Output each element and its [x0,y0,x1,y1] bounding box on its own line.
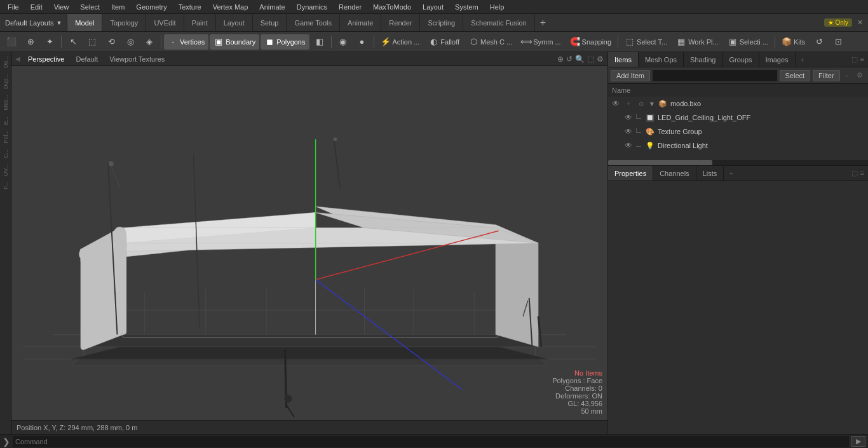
tab-animate[interactable]: Animate [340,14,381,31]
tool-boundary[interactable]: ▣ Boundary [210,34,259,50]
menu-edit[interactable]: Edit [25,2,48,12]
visibility-eye-2[interactable]: 👁 [623,126,634,137]
layout-dropdown[interactable]: Default Layouts ▼ [0,14,67,31]
tab-paint[interactable]: Paint [184,14,216,31]
eye-icon-0c[interactable]: ⊙ [636,98,646,109]
left-tool-f[interactable]: F... [1,179,10,192]
menu-item[interactable]: Item [106,2,130,12]
tab-items[interactable]: Items [608,52,639,67]
menu-system[interactable]: System [450,2,484,12]
tool-select-t[interactable]: ⬚ Select T... [621,34,671,50]
add-layout-tab-button[interactable]: + [535,17,551,29]
filter-button[interactable]: Filter [813,70,839,81]
star-only-badge[interactable]: ★ Only [824,18,852,27]
visibility-eye-0[interactable]: 👁 [611,98,621,109]
add-panel-tab-button[interactable]: + [796,56,810,64]
tree-item-modo-bxo[interactable]: 👁 + ⊙ ▼ 📦 modo.bxo [608,97,868,111]
scrollbar-thumb[interactable] [608,160,712,165]
left-tool-uv[interactable]: UV... [1,161,10,179]
tab-render[interactable]: Render [381,14,420,31]
menu-select[interactable]: Select [75,2,105,12]
menu-file[interactable]: File [3,2,24,12]
viewport-tab-textures[interactable]: Viewport Textures [105,54,168,64]
tab-gametools[interactable]: Game Tools [287,14,340,31]
tool-component-2[interactable]: ✦ [41,34,58,50]
menu-texture[interactable]: Texture [173,2,207,12]
add-item-button[interactable]: Add Item [611,70,650,81]
viewport-ctrl-rotate[interactable]: ↺ [566,55,573,64]
left-tool-dup[interactable]: Dup... [1,71,10,92]
tool-redo-icon[interactable]: ⊡ [829,34,847,50]
add-props-tab-button[interactable]: + [724,170,738,177]
tool-mesh-c[interactable]: ⬡ Mesh C ... [465,34,516,50]
tool-transform-2[interactable]: ⟲ [102,34,120,50]
panel-icon-expand[interactable]: ⬚ [851,55,858,64]
left-tool-pol[interactable]: Pol... [1,128,10,146]
tool-transform-3[interactable]: ◎ [121,34,139,50]
command-arrow-icon[interactable]: ❯ [3,437,10,447]
tab-uvedit[interactable]: UVEdit [146,14,184,31]
menu-render[interactable]: Render [334,2,367,12]
menu-vertexmap[interactable]: Vertex Map [208,2,254,12]
tab-layout[interactable]: Layout [216,14,253,31]
props-expand-icon[interactable]: ⬚ [851,169,858,177]
minus-icon[interactable]: − [843,72,851,79]
select-button[interactable]: Select [780,70,811,81]
menu-maxtomodo[interactable]: MaxToModo [368,2,416,12]
tool-snapping[interactable]: 🧲 Snapping [566,34,616,50]
tool-falloff[interactable]: ◐ Falloff [424,34,463,50]
tree-item-led-grid[interactable]: 👁 🔲 LED_Grid_Ceiling_Light_OFF [608,111,868,125]
tab-scripting[interactable]: Scripting [420,14,463,31]
visibility-eye-1[interactable]: 👁 [623,112,634,123]
tool-action[interactable]: ⚡ Action ... [377,34,424,50]
3d-viewport[interactable]: X Y Z No Items Polygons : Face Channels:… [11,66,607,420]
tool-selecti[interactable]: ▣ Selecti ... [724,34,772,50]
tab-setup[interactable]: Setup [253,14,287,31]
tool-visibility-2[interactable]: ● [353,34,371,50]
tool-transform-4[interactable]: ◈ [140,34,158,50]
tab-images[interactable]: Images [759,52,796,67]
tool-visibility-1[interactable]: ◉ [334,34,352,50]
viewport-ctrl-settings[interactable]: ⚙ [597,55,604,64]
menu-dynamics[interactable]: Dynamics [292,2,332,12]
tool-subdiv[interactable]: ◧ [311,34,329,50]
tree-arrow-0[interactable]: ▼ [649,100,655,107]
viewport-tab-perspective[interactable]: Perspective [24,54,68,64]
left-tool-de[interactable]: De... [1,53,10,71]
tab-topology[interactable]: Topology [102,14,146,31]
panel-icon-settings[interactable]: ≡ [860,55,864,64]
tool-kits[interactable]: 📦 Kits [778,34,809,50]
menu-layout[interactable]: Layout [417,2,449,12]
tab-mesh-ops[interactable]: Mesh Ops [639,52,684,67]
left-tool-e[interactable]: E... [1,114,10,128]
tab-properties[interactable]: Properties [608,166,653,180]
left-tool-mes[interactable]: Mes... [1,92,10,113]
items-scrollbar[interactable] [608,160,868,165]
tab-shading[interactable]: Shading [684,52,722,67]
tool-component-1[interactable]: ⊕ [22,34,39,50]
tool-work-pl[interactable]: ▦ Work Pl... [672,34,722,50]
viewport-ctrl-zoom[interactable]: 🔍 [575,55,585,64]
tab-schematic-fusion[interactable]: Schematic Fusion [463,14,534,31]
visibility-eye-3[interactable]: 👁 [623,140,634,151]
tool-vertices[interactable]: · Vertices [164,34,208,50]
viewport-collapse-icon[interactable]: ◀ [15,55,20,62]
tree-item-texture-group[interactable]: 👁 🎨 Texture Group [608,125,868,139]
viewport-tab-default[interactable]: Default [72,54,102,64]
menu-view[interactable]: View [49,2,74,12]
tool-select-arrow[interactable]: ↖ [64,34,82,50]
settings-icon[interactable]: ⚙ [854,71,865,79]
tool-component-0[interactable]: ⬛ [3,34,20,50]
tool-symm[interactable]: ⟺ Symm ... [517,34,564,50]
viewport-ctrl-move[interactable]: ⊕ [557,55,564,64]
tab-lists[interactable]: Lists [696,166,724,180]
command-execute-button[interactable]: ▶ [851,436,865,447]
left-tool-c[interactable]: C... [1,147,10,161]
tab-groups[interactable]: Groups [722,52,759,67]
command-input[interactable] [13,436,849,447]
menu-geometry[interactable]: Geometry [131,2,172,12]
viewport-ctrl-fit[interactable]: ⬚ [587,55,594,64]
tool-undo-icon[interactable]: ↺ [810,34,828,50]
menu-animate[interactable]: Animate [254,2,290,12]
tab-channels[interactable]: Channels [653,166,696,180]
